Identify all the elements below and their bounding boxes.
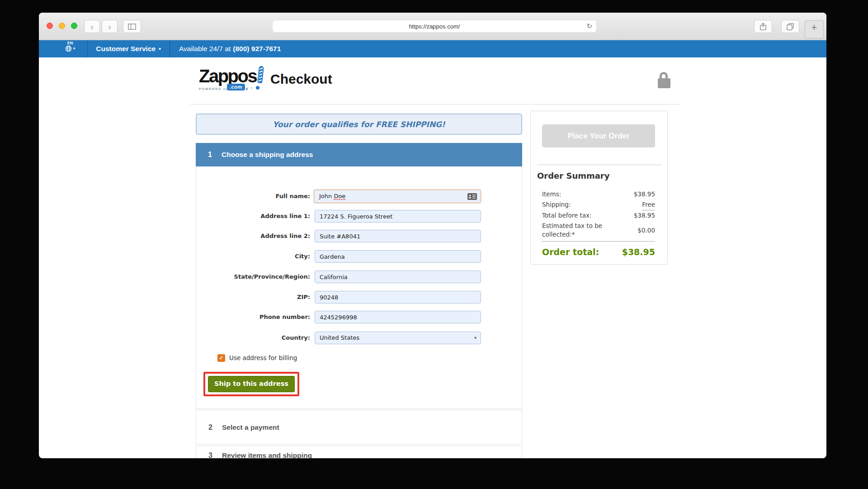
- summary-row-before-tax: Total before tax: $38.95: [542, 210, 655, 221]
- lock-icon: [658, 72, 670, 90]
- close-window-button[interactable]: [47, 23, 53, 29]
- billing-checkbox-label: Use address for billing: [229, 354, 297, 361]
- chevron-right-icon: ›: [108, 22, 111, 31]
- language-selector[interactable]: EN ▾: [60, 41, 80, 52]
- phone-field[interactable]: [315, 311, 481, 323]
- city-field[interactable]: [315, 250, 481, 263]
- summary-row-shipping: Shipping: Free: [542, 199, 655, 210]
- availability-prefix: Available 24/7 at: [179, 45, 231, 53]
- check-icon: ✓: [219, 355, 223, 361]
- order-summary-panel: Place Your Order Order Summary Items: $3…: [530, 111, 668, 265]
- before-tax-label: Total before tax:: [542, 210, 592, 221]
- country-value: United States: [320, 334, 359, 341]
- tagline-powered: POWERED: [199, 87, 222, 91]
- state-label: State/Province/Region:: [196, 271, 310, 283]
- summary-row-total: Order total: $38.95: [542, 247, 655, 257]
- before-tax-value: $38.95: [634, 210, 655, 221]
- billing-checkbox[interactable]: ✓: [217, 354, 225, 362]
- shoe-exclamation-dot: [256, 86, 259, 90]
- address-line1-label: Address line 1:: [196, 210, 310, 223]
- step1-number: 1: [208, 143, 212, 166]
- step1-header: 1 Choose a shipping address: [196, 143, 522, 166]
- order-total-label: Order total:: [542, 247, 599, 257]
- show-tabs-button[interactable]: [781, 20, 799, 33]
- full-name-label: Full name:: [196, 190, 310, 203]
- ship-to-address-button[interactable]: Ship to this address: [208, 376, 295, 392]
- place-order-button[interactable]: Place Your Order: [542, 124, 655, 147]
- availability-text: Available 24/7 at (800) 927-7671: [179, 40, 281, 57]
- estimated-tax-value: $0.00: [637, 227, 655, 234]
- reload-icon[interactable]: ↻: [586, 22, 592, 30]
- tabs-icon: [787, 23, 794, 30]
- caret-down-icon: ▾: [73, 47, 75, 51]
- step1-title: Choose a shipping address: [222, 143, 313, 166]
- plus-icon: +: [811, 21, 817, 34]
- globe-icon: [65, 45, 72, 52]
- shipping-value: Free: [642, 199, 655, 210]
- new-tab-button[interactable]: +: [805, 20, 824, 38]
- address-line1-field[interactable]: [315, 210, 481, 223]
- language-code: EN: [60, 41, 80, 45]
- zip-label: ZIP:: [196, 291, 310, 304]
- country-label: Country:: [196, 332, 310, 344]
- share-button[interactable]: [754, 20, 772, 33]
- shipping-label: Shipping:: [542, 199, 571, 210]
- free-shipping-banner: Your order qualifies for FREE SHIPPING!: [196, 114, 522, 135]
- annotation-highlight-box: Ship to this address: [203, 372, 299, 396]
- step3-section[interactable]: 3 Review items and shipping: [196, 446, 522, 458]
- customer-service-label: Customer Service: [96, 45, 156, 53]
- step3-number: 3: [208, 446, 212, 458]
- chevron-left-icon: ‹: [90, 22, 94, 31]
- items-value: $38.95: [634, 189, 655, 199]
- country-select[interactable]: United States ▾: [315, 332, 481, 344]
- phone-label: Phone number:: [196, 311, 310, 323]
- caret-down-icon: ▾: [159, 47, 161, 51]
- shipping-address-form: Full name: John Doe Address line 1: Addr…: [196, 166, 522, 409]
- shoe-exclamation-icon: [257, 66, 264, 84]
- sidebar-toggle-button[interactable]: [123, 20, 141, 33]
- full-name-value-misspelled: Doe: [334, 193, 345, 199]
- step2-section[interactable]: 2 Select a payment: [196, 410, 522, 444]
- browser-toolbar: ‹ › https://zappos.com/ ↻: [39, 13, 826, 40]
- sidebar-icon: [128, 24, 136, 30]
- summary-divider: [537, 165, 662, 165]
- estimated-tax-label: Estimated tax to be collected:*: [542, 222, 619, 239]
- tagline-reg: ®: [250, 87, 253, 90]
- address-line2-field[interactable]: [315, 230, 481, 242]
- address-line2-label: Address line 2:: [196, 230, 310, 242]
- header-divider: [190, 104, 680, 104]
- summary-total-divider: [542, 241, 655, 242]
- step2-title: Select a payment: [222, 410, 279, 445]
- caret-down-icon: ▾: [474, 332, 476, 344]
- free-shipping-text: Your order qualifies for FREE SHIPPING!: [273, 120, 445, 129]
- step2-number: 2: [208, 410, 212, 445]
- zip-field[interactable]: [315, 291, 481, 304]
- url-text: https://zappos.com/: [409, 23, 460, 30]
- zoom-window-button[interactable]: [71, 23, 77, 29]
- minimize-window-button[interactable]: [59, 23, 65, 29]
- zappos-logo[interactable]: Zappos .com POWERED by SERVICE ®: [199, 67, 263, 97]
- full-name-value-prefix: John: [319, 193, 334, 199]
- address-bar[interactable]: https://zappos.com/ ↻: [272, 20, 597, 33]
- topbar-divider: [170, 40, 170, 57]
- lock-body: [658, 78, 670, 88]
- back-button[interactable]: ‹: [84, 20, 100, 33]
- order-total-value: $38.95: [622, 247, 655, 257]
- phone-number: (800) 927-7671: [233, 45, 281, 53]
- share-icon: [760, 23, 766, 30]
- items-label: Items:: [542, 189, 561, 199]
- customer-service-menu[interactable]: Customer Service ▾: [87, 40, 170, 57]
- summary-row-items: Items: $38.95: [542, 189, 655, 199]
- browser-window: ‹ › https://zappos.com/ ↻: [39, 13, 826, 458]
- state-field[interactable]: [315, 271, 481, 283]
- city-label: City:: [196, 250, 310, 263]
- full-name-field[interactable]: John Doe: [313, 189, 481, 204]
- logo-wordmark: Zappos: [199, 67, 256, 85]
- site-topbar: EN ▾ Customer Service ▾ Available 24/7 a…: [39, 40, 826, 57]
- page-title: Checkout: [270, 71, 332, 87]
- summary-row-estimated-tax: Estimated tax to be collected:* $0.00: [542, 222, 655, 239]
- contact-autofill-icon[interactable]: [467, 193, 477, 200]
- step3-title: Review items and shipping: [222, 446, 312, 458]
- logo-com-badge: .com: [227, 84, 245, 90]
- forward-button[interactable]: ›: [102, 20, 118, 33]
